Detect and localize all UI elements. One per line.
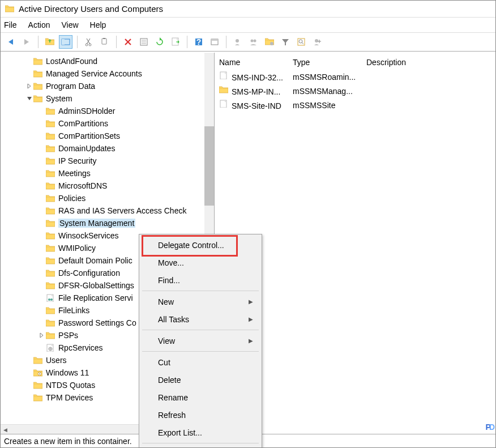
folder-icon bbox=[46, 207, 55, 215]
tree-node-label: Program Data bbox=[46, 82, 95, 91]
new-group-button[interactable] bbox=[247, 35, 260, 49]
tree-node-label: FileLinks bbox=[58, 306, 89, 315]
context-menu-item[interactable]: Export List... bbox=[141, 424, 260, 441]
context-menu-label: Rename bbox=[158, 393, 188, 402]
properties-button[interactable] bbox=[137, 35, 151, 49]
svg-rect-9 bbox=[102, 39, 106, 44]
context-menu-item[interactable]: Delegate Control... bbox=[141, 236, 260, 254]
scroll-thumb[interactable] bbox=[204, 126, 214, 206]
menu-file[interactable]: File bbox=[4, 20, 17, 29]
new-user-button[interactable] bbox=[231, 35, 245, 49]
tree-node[interactable]: ComPartitionSets bbox=[1, 130, 214, 142]
tree-node[interactable]: System Management bbox=[1, 217, 214, 229]
copy-button[interactable] bbox=[98, 35, 112, 49]
menu-help[interactable]: Help bbox=[90, 20, 106, 29]
context-menu-item[interactable]: Refresh bbox=[141, 406, 260, 424]
folder-icon bbox=[46, 144, 55, 152]
context-menu-item[interactable]: Move... bbox=[141, 254, 260, 271]
new-ou-button[interactable] bbox=[263, 35, 276, 49]
find-button[interactable] bbox=[294, 35, 308, 49]
context-menu-item[interactable]: Properties bbox=[141, 445, 260, 448]
tree-node[interactable]: IP Security bbox=[1, 155, 214, 167]
column-description[interactable]: Description bbox=[366, 58, 495, 67]
column-type[interactable]: Type bbox=[293, 58, 366, 67]
tree-node[interactable]: DomainUpdates bbox=[1, 142, 214, 155]
ou-icon bbox=[33, 369, 42, 377]
row-name: SMS-MP-IN... bbox=[232, 87, 280, 96]
context-menu-item[interactable]: View▶ bbox=[141, 332, 260, 349]
list-row[interactable]: SMS-Site-INDmSSMSSite bbox=[215, 98, 495, 112]
folder-icon bbox=[46, 120, 55, 127]
cut-button[interactable] bbox=[82, 35, 96, 49]
forward-button[interactable] bbox=[20, 35, 33, 49]
tree-node[interactable]: LostAndFound bbox=[1, 55, 214, 67]
list-row[interactable]: SMS-MP-IN...mSSMSManag... bbox=[215, 84, 495, 98]
expander-icon bbox=[38, 132, 46, 140]
folder-icon bbox=[46, 107, 55, 115]
scroll-left-button[interactable]: ◀ bbox=[1, 425, 10, 434]
tree-node[interactable]: Policies bbox=[1, 192, 214, 204]
doc-icon bbox=[219, 71, 228, 80]
expander-icon[interactable] bbox=[38, 331, 46, 339]
separator bbox=[226, 36, 226, 48]
tree-node[interactable]: Meetings bbox=[1, 167, 214, 180]
expander-icon[interactable] bbox=[25, 82, 33, 90]
add-to-group-button[interactable] bbox=[310, 35, 324, 49]
separator bbox=[187, 36, 187, 48]
help-button[interactable]: ? bbox=[192, 35, 206, 49]
tree-node[interactable]: MicrosoftDNS bbox=[1, 180, 214, 192]
folder-icon bbox=[33, 95, 42, 103]
tree-node[interactable]: Managed Service Accounts bbox=[1, 67, 214, 80]
svg-rect-6 bbox=[62, 39, 65, 45]
tree-node[interactable]: ComPartitions bbox=[1, 117, 214, 130]
folder-icon bbox=[46, 306, 55, 314]
tree-node[interactable]: RAS and IAS Servers Access Check bbox=[1, 204, 214, 217]
svg-text:?: ? bbox=[196, 37, 202, 46]
separator bbox=[116, 36, 117, 48]
status-text: Creates a new item in this container. bbox=[4, 437, 132, 446]
back-button[interactable] bbox=[4, 35, 18, 49]
service2-icon bbox=[46, 344, 55, 352]
filter-options-button[interactable] bbox=[208, 35, 221, 49]
expander-icon bbox=[38, 344, 46, 352]
refresh-button[interactable] bbox=[153, 35, 166, 49]
up-button[interactable] bbox=[43, 35, 57, 49]
context-menu-item[interactable]: Cut bbox=[141, 353, 260, 371]
filter-button[interactable] bbox=[279, 35, 292, 49]
tree-node[interactable]: Program Data bbox=[1, 80, 214, 92]
tree-node-label: Policies bbox=[58, 194, 85, 203]
tree-node-label: PSPs bbox=[58, 331, 78, 340]
folder-icon bbox=[46, 157, 55, 165]
expander-icon bbox=[38, 281, 46, 289]
menu-action[interactable]: Action bbox=[28, 20, 50, 29]
tree-node-label: File Replication Servi bbox=[58, 293, 133, 302]
expander-icon[interactable] bbox=[25, 95, 33, 103]
tree-node-label: Managed Service Accounts bbox=[46, 69, 142, 78]
context-menu-item[interactable]: Find... bbox=[141, 271, 260, 289]
context-menu-item[interactable]: Rename bbox=[141, 389, 260, 406]
list-header[interactable]: Name Type Description bbox=[215, 55, 495, 70]
list-row[interactable]: SMS-IND-32...mSSMSRoamin... bbox=[215, 70, 495, 84]
menu-separator bbox=[142, 291, 259, 291]
export-button[interactable] bbox=[169, 35, 182, 49]
delete-button[interactable] bbox=[121, 35, 135, 49]
folder-icon bbox=[46, 244, 55, 252]
expander-icon bbox=[38, 144, 46, 152]
tree-node[interactable]: AdminSDHolder bbox=[1, 105, 214, 117]
column-name[interactable]: Name bbox=[219, 58, 293, 67]
show-hide-console-tree-button[interactable] bbox=[59, 35, 72, 49]
expander-icon bbox=[38, 294, 46, 302]
submenu-arrow-icon: ▶ bbox=[249, 298, 253, 305]
expander-icon bbox=[38, 157, 46, 165]
context-menu-label: Delegate Control... bbox=[158, 241, 224, 250]
tree-node[interactable]: System bbox=[1, 92, 214, 105]
separator bbox=[38, 36, 39, 48]
tree-node-label: LostAndFound bbox=[46, 57, 97, 66]
context-menu-item[interactable]: Delete bbox=[141, 371, 260, 389]
context-menu-item[interactable]: All Tasks▶ bbox=[141, 310, 260, 328]
expander-icon bbox=[38, 182, 46, 190]
folder-icon bbox=[46, 331, 55, 339]
context-menu-item[interactable]: New▶ bbox=[141, 293, 260, 310]
folder-icon bbox=[46, 219, 55, 227]
menu-view[interactable]: View bbox=[61, 20, 78, 29]
